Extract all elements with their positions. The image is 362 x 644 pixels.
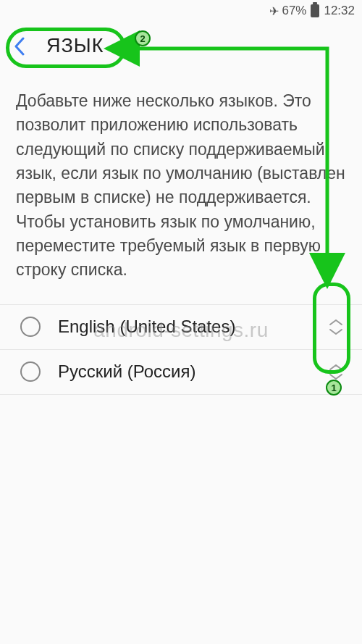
chevron-down-icon bbox=[329, 373, 343, 380]
description-text: Добавьте ниже несколько языков. Это позв… bbox=[0, 73, 362, 304]
language-list: English (United States) Русский (Россия) bbox=[0, 304, 362, 395]
list-item[interactable]: English (United States) bbox=[0, 305, 362, 350]
reorder-handle[interactable] bbox=[326, 364, 346, 380]
language-label: English (United States) bbox=[58, 317, 308, 337]
app-header: ЯЗЫК bbox=[0, 22, 362, 73]
status-bar: ✈ 67% 12:32 bbox=[0, 0, 362, 22]
chevron-up-icon bbox=[329, 364, 343, 371]
chevron-up-icon bbox=[329, 319, 343, 326]
radio-unchecked-icon[interactable] bbox=[20, 361, 41, 382]
page-title: ЯЗЫК bbox=[46, 35, 104, 57]
chevron-down-icon bbox=[329, 328, 343, 335]
clock: 12:32 bbox=[324, 4, 355, 18]
battery-percent: 67% bbox=[282, 4, 306, 18]
list-item[interactable]: Русский (Россия) bbox=[0, 350, 362, 395]
chevron-left-icon bbox=[13, 37, 26, 56]
back-button[interactable] bbox=[12, 38, 28, 54]
airplane-mode-icon: ✈ bbox=[269, 4, 279, 18]
reorder-handle[interactable] bbox=[326, 319, 346, 335]
language-label: Русский (Россия) bbox=[58, 361, 308, 382]
radio-unchecked-icon[interactable] bbox=[20, 317, 41, 337]
battery-icon bbox=[311, 4, 319, 17]
